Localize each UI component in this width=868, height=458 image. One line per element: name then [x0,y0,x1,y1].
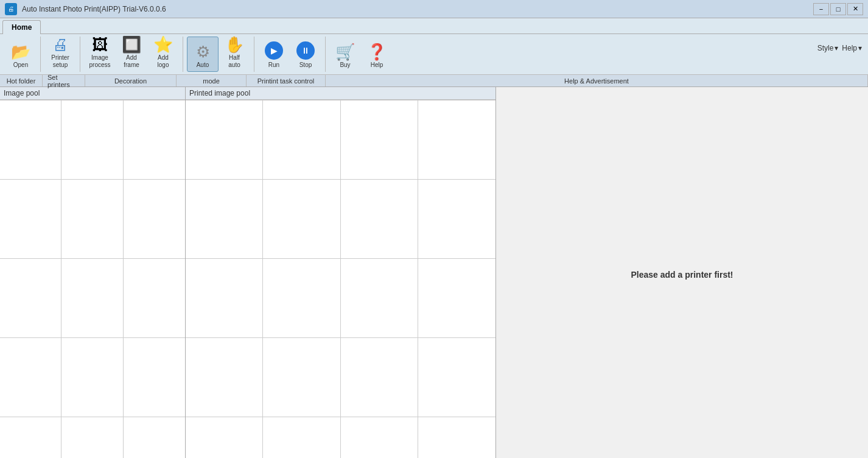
cart-icon: 🛒 [335,44,355,60]
printer-setup-button[interactable]: 🖨 Printersetup [44,37,76,72]
printed-cell[interactable] [186,338,263,417]
label-mode: mode [177,75,247,86]
hand-icon: ✋ [225,37,244,52]
stop-label: Stop [299,62,312,69]
tab-home[interactable]: Home [2,20,41,34]
image-pool-header: Image pool [0,87,185,100]
pool-cell[interactable] [0,338,61,417]
stop-icon: ⏸ [296,41,315,60]
help-dropdown[interactable]: Help ▾ [842,44,862,52]
add-frame-label: Addframe [124,54,139,69]
toolbar-group-decoration: 🖼 Imageprocess 🔲 Addframe ⭐ Addlogo [84,37,183,72]
printed-cell[interactable] [341,259,418,338]
printed-cell[interactable] [263,417,340,458]
title-bar: 🖨 Auto Instant Photo Print(AIPP) Trial-V… [0,0,868,18]
printed-cell[interactable] [418,100,495,180]
printed-cell[interactable] [186,100,263,180]
printed-cell[interactable] [418,338,495,417]
image-process-icon: 🖼 [92,37,108,52]
toolbar-group-open: 📂 Open [5,37,41,72]
printed-cell[interactable] [263,100,340,180]
add-frame-button[interactable]: 🔲 Addframe [116,37,147,72]
ribbon-top-right: Style ▾ Help ▾ [817,44,862,52]
chevron-down-icon: ▾ [858,44,862,52]
maximize-button[interactable]: □ [830,3,846,15]
toolbar-group-printer: 🖨 Printersetup [44,37,80,72]
printed-cell[interactable] [418,259,495,338]
folder-icon: 📂 [11,44,30,60]
image-pool-panel: Image pool [0,87,186,458]
pool-cell[interactable] [61,417,123,458]
toolbar-group-print-control: ▶ Run ⏸ Stop [258,37,326,72]
help-label: Help [371,62,383,69]
add-logo-label: Addlogo [158,54,169,69]
printed-cell[interactable] [263,180,340,259]
auto-button[interactable]: ⚙ Auto [187,37,219,72]
pool-cell[interactable] [0,259,61,338]
title-bar-left: 🖨 Auto Instant Photo Print(AIPP) Trial-V… [5,3,166,15]
main-content: Image pool Printed image pool [0,87,868,458]
image-process-label: Imageprocess [89,54,110,69]
printed-cell[interactable] [263,338,340,417]
printer-icon: 🖨 [52,37,68,52]
minimize-button[interactable]: − [813,3,829,15]
pool-cell[interactable] [124,180,185,259]
printed-cell[interactable] [418,417,495,458]
pool-cell[interactable] [124,259,185,338]
printed-pool-panel: Printed image pool [186,87,496,458]
image-pool-grid [0,100,185,458]
buy-button[interactable]: 🛒 Buy [329,37,361,72]
printed-cell[interactable] [263,259,340,338]
printed-cell[interactable] [186,259,263,338]
printer-setup-label: Printersetup [51,54,69,69]
ribbon: Home Style ▾ Help ▾ 📂 Open 🖨 Printersetu… [0,18,868,87]
add-logo-button[interactable]: ⭐ Addlogo [147,37,179,72]
printed-cell[interactable] [341,417,418,458]
half-auto-button[interactable]: ✋ Halfauto [219,37,250,72]
window-controls: − □ ✕ [813,3,863,15]
add-frame-icon: 🔲 [122,37,141,52]
pool-cell[interactable] [124,417,185,458]
stop-button[interactable]: ⏸ Stop [290,37,321,72]
printed-cell[interactable] [186,180,263,259]
printed-cell[interactable] [418,180,495,259]
pool-cell[interactable] [0,180,61,259]
pool-cell[interactable] [61,180,123,259]
pool-cell[interactable] [124,338,185,417]
ribbon-tabs: Home [0,18,868,33]
printed-cell[interactable] [341,180,418,259]
title-text: Auto Instant Photo Print(AIPP) Trial-V6.… [22,5,166,13]
app-icon: 🖨 [5,3,17,15]
pool-cell[interactable] [61,338,123,417]
image-process-button[interactable]: 🖼 Imageprocess [84,37,116,72]
pool-cell[interactable] [0,100,61,180]
label-help-adv: Help & Advertisement [326,75,868,86]
open-button[interactable]: 📂 Open [5,37,37,72]
pool-cell[interactable] [124,100,185,180]
toolbar-group-mode: ⚙ Auto ✋ Halfauto [187,37,254,72]
pool-cell[interactable] [61,100,123,180]
run-label: Run [268,62,279,69]
close-button[interactable]: ✕ [847,3,863,15]
label-set-printers: Set printers [43,75,85,86]
pool-cell[interactable] [0,417,61,458]
style-dropdown[interactable]: Style ▾ [817,44,839,52]
gear-icon: ⚙ [196,44,210,60]
printer-panel: Please add a printer first! [496,87,868,458]
open-label: Open [13,62,28,69]
printed-pool-grid [186,100,495,458]
printed-cell[interactable] [341,100,418,180]
label-print-control: Printint task control [247,75,326,86]
help-button[interactable]: ❓ Help [361,37,393,72]
pool-cell[interactable] [61,259,123,338]
help-icon: ❓ [367,44,387,60]
half-auto-label: Halfauto [228,54,240,69]
chevron-down-icon: ▾ [835,44,838,52]
ribbon-labels: Hot folder Set printers Decoration mode … [0,74,868,86]
printed-cell[interactable] [341,338,418,417]
printed-cell[interactable] [186,417,263,458]
run-button[interactable]: ▶ Run [258,37,290,72]
printed-pool-header: Printed image pool [186,87,495,100]
toolbar-group-help-adv: 🛒 Buy ❓ Help [329,37,396,72]
label-hot-folder: Hot folder [0,75,43,86]
